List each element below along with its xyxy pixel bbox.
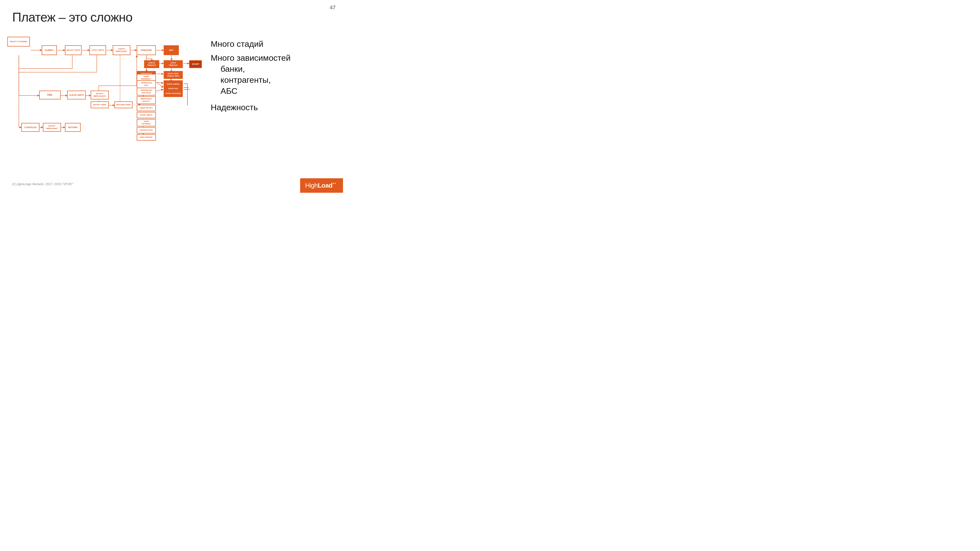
canceled-box: CANCELED bbox=[21, 123, 40, 132]
operation-fail-box: OPERATONFAIL bbox=[137, 80, 156, 88]
check-merchant-box: CHECKMERCHANT bbox=[113, 45, 130, 55]
lock-limits-box: LOCK LIMITS bbox=[89, 45, 106, 55]
gate-success-box: GATE SUCCESS bbox=[164, 90, 183, 97]
return-user-box: RETURN USER bbox=[115, 102, 132, 108]
footer: (С) Дельгядо Филипп, 2017, ООО "ИТИС" bbox=[12, 182, 73, 186]
line2: Много зависимостей bbox=[211, 53, 333, 63]
notify-merchants-box: NOTIFYMERCHANTS bbox=[91, 91, 109, 99]
line1: Много стадий bbox=[211, 39, 333, 49]
operation-success-box: OPERATIONSUCCESS bbox=[137, 88, 156, 95]
abs-update-box: ABS UPDATE bbox=[137, 134, 156, 141]
slide-number: 47 bbox=[330, 5, 336, 11]
user-notify-box: USER NOTIFY bbox=[137, 105, 156, 111]
slide-title: Платеж – это сложно bbox=[12, 10, 132, 24]
highload-high: High bbox=[305, 182, 318, 189]
svg-line-16 bbox=[156, 82, 163, 83]
diagram-area: SELECT CHANNEL SUBMIT SELECT GATE LOCK L… bbox=[7, 37, 199, 167]
select-gate-box: SELECT GATE bbox=[65, 45, 81, 55]
notify-merchant-box: NOTIFYMERCHANT bbox=[43, 123, 61, 132]
svg-line-18 bbox=[156, 82, 163, 87]
save-payment-box: SAVEPAYMENT bbox=[137, 119, 156, 126]
right-content: Много стадий Много зависимостей банки, к… bbox=[211, 39, 333, 117]
notify-user-box: NOTIFY USER bbox=[91, 102, 109, 108]
highload-badge: HighLoad⁺⁺ bbox=[300, 178, 343, 193]
fail-box: FAIL bbox=[39, 91, 61, 99]
gate-timeout-box: GATETIMEOUT bbox=[164, 60, 183, 68]
clear-limits-box: CLEAR LIMITS bbox=[67, 91, 86, 99]
svg-line-17 bbox=[156, 89, 163, 91]
select-channel-box: SELECT CHANNEL bbox=[7, 37, 30, 46]
highload-load: Load bbox=[318, 182, 332, 189]
gate-addi-box: GATE ADDI-TIONAL INFO bbox=[164, 71, 183, 79]
save-limits-box: SAVE LIMITS bbox=[137, 112, 156, 118]
check-timeout-box: CHECKTIMEOUT bbox=[144, 60, 159, 68]
return-box: RETURN bbox=[65, 123, 81, 132]
init-box: INIT bbox=[164, 45, 179, 55]
submit-box: SUBMIT bbox=[41, 45, 57, 55]
prepare-box: PREPARE bbox=[137, 45, 156, 55]
line3: банки, bbox=[211, 64, 333, 74]
line4: контрагенты, bbox=[211, 75, 333, 85]
merchant-notify-box: MERCHANTNOTIFY bbox=[137, 96, 156, 104]
start-box: START bbox=[189, 60, 202, 68]
highload-stars: ⁺⁺ bbox=[332, 182, 336, 186]
update-stat-box: UPDATE STAT bbox=[137, 127, 156, 133]
line5: АБС bbox=[211, 86, 333, 96]
line6: Надежность bbox=[211, 103, 333, 112]
